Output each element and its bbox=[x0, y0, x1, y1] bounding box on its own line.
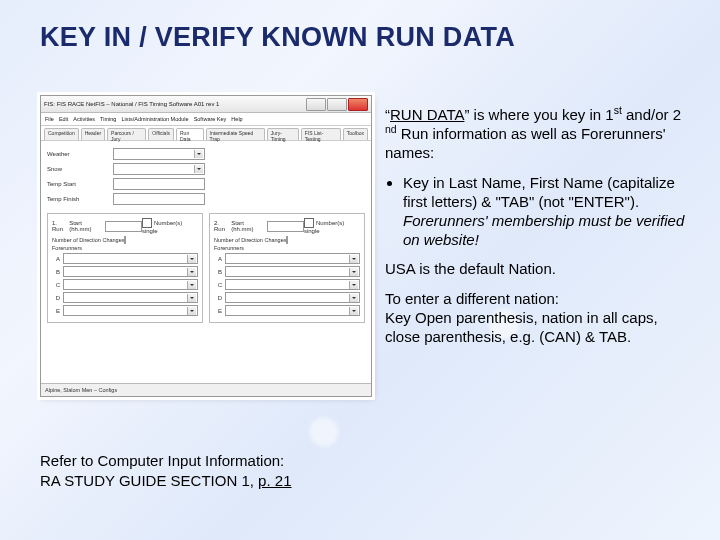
instr-p2: USA is the default Nation. bbox=[385, 259, 692, 278]
panel-run-1: 1. Run Start (hh.mm) Number(s) single Nu… bbox=[47, 213, 203, 323]
tab-toolbox[interactable]: Toolbox bbox=[343, 128, 368, 140]
fr-letter: A bbox=[52, 256, 60, 262]
start-label: Start (hh.mm) bbox=[231, 220, 267, 232]
tab-fis-list[interactable]: FIS List-Testing bbox=[301, 128, 341, 140]
run-data-underlined: RUN DATA bbox=[390, 106, 464, 123]
single-checkbox[interactable] bbox=[304, 218, 314, 228]
fr-field[interactable] bbox=[63, 253, 198, 264]
fr-letter: E bbox=[52, 308, 60, 314]
dirchg-input[interactable] bbox=[124, 236, 126, 244]
ref-line2: RA STUDY GUIDE SECTION 1, p. 21 bbox=[40, 471, 291, 491]
tab-officials[interactable]: Officials bbox=[148, 128, 174, 140]
label-temp-start: Temp Start bbox=[47, 181, 107, 187]
start-input[interactable] bbox=[105, 221, 142, 232]
menu-item[interactable]: Software Key bbox=[194, 116, 227, 122]
fr-field[interactable] bbox=[63, 266, 198, 277]
weather-field[interactable] bbox=[113, 148, 205, 160]
tab-run-data[interactable]: Run Data bbox=[176, 128, 204, 140]
label-snow: Snow bbox=[47, 166, 107, 172]
tabbar: Competition Header Parcours / Jury Offic… bbox=[41, 126, 371, 141]
temp-start-field[interactable] bbox=[113, 178, 205, 190]
start-label: Start (hh.mm) bbox=[69, 220, 105, 232]
ref-page: p. 21 bbox=[258, 472, 291, 489]
menu-item[interactable]: Help bbox=[231, 116, 242, 122]
instr-bullet: Key in Last Name, First Name (capitalize… bbox=[403, 173, 692, 250]
fr-field[interactable] bbox=[225, 253, 360, 264]
forerunners-label: Forerunners bbox=[214, 245, 360, 251]
menu-item[interactable]: Lists/Administration Module bbox=[121, 116, 188, 122]
dirchg-input[interactable] bbox=[286, 236, 288, 244]
fr-letter: C bbox=[214, 282, 222, 288]
panel-run-2: 2. Run Start (hh.mm) Number(s) single Nu… bbox=[209, 213, 365, 323]
tab-parcours[interactable]: Parcours / Jury bbox=[107, 128, 146, 140]
instr-bullets: Key in Last Name, First Name (capitalize… bbox=[385, 173, 692, 250]
fr-field[interactable] bbox=[63, 279, 198, 290]
instr-p3: To enter a different nation: Key Open pa… bbox=[385, 289, 692, 347]
temp-finish-field[interactable] bbox=[113, 193, 205, 205]
statusbar: Alpine, Slalom Men – Configs bbox=[41, 383, 371, 396]
window-titlebar: FIS: FIS RACE NetFIS – National / FIS Ti… bbox=[41, 96, 371, 113]
fr-field[interactable] bbox=[225, 266, 360, 277]
menu-item[interactable]: Timing bbox=[100, 116, 116, 122]
panel-title: 1. Run bbox=[52, 220, 69, 232]
label-weather: Weather bbox=[47, 151, 107, 157]
start-input[interactable] bbox=[267, 221, 304, 232]
tab-header[interactable]: Header bbox=[81, 128, 105, 140]
instr-p1: “RUN DATA” is where you key in 1st and/o… bbox=[385, 105, 692, 163]
single-checkbox[interactable] bbox=[142, 218, 152, 228]
fr-letter: B bbox=[214, 269, 222, 275]
fr-letter: E bbox=[214, 308, 222, 314]
ref-line1: Refer to Computer Input Information: bbox=[40, 451, 291, 471]
fr-field[interactable] bbox=[63, 305, 198, 316]
fr-letter: D bbox=[214, 295, 222, 301]
forerunners-label: Forerunners bbox=[52, 245, 198, 251]
fr-field[interactable] bbox=[225, 279, 360, 290]
fr-field[interactable] bbox=[63, 292, 198, 303]
instructions: “RUN DATA” is where you key in 1st and/o… bbox=[385, 105, 692, 356]
menu-item[interactable]: Activities bbox=[73, 116, 95, 122]
fr-field[interactable] bbox=[225, 305, 360, 316]
fr-letter: A bbox=[214, 256, 222, 262]
menu-item[interactable]: File bbox=[45, 116, 54, 122]
slide-title: KEY IN / VERIFY KNOWN RUN DATA bbox=[40, 22, 515, 53]
dirchg-label: Number of Direction Changes bbox=[52, 237, 124, 243]
fr-letter: C bbox=[52, 282, 60, 288]
instr-emphasis: Forerunners' membership must be verified… bbox=[403, 212, 684, 248]
dirchg-label: Number of Direction Changes bbox=[214, 237, 286, 243]
snow-field[interactable] bbox=[113, 163, 205, 175]
close-icon[interactable] bbox=[348, 98, 368, 111]
embedded-screenshot: FIS: FIS RACE NetFIS – National / FIS Ti… bbox=[40, 95, 372, 397]
minimize-icon[interactable] bbox=[306, 98, 326, 111]
tab-speed-trap[interactable]: Intermediate Speed Trap bbox=[206, 128, 265, 140]
window-title-text: FIS: FIS RACE NetFIS – National / FIS Ti… bbox=[44, 101, 306, 107]
tab-jury-timing[interactable]: Jury-Timing bbox=[267, 128, 299, 140]
maximize-icon[interactable] bbox=[327, 98, 347, 111]
reference-footer: Refer to Computer Input Information: RA … bbox=[40, 451, 291, 490]
tab-body: Weather Snow Temp Start Temp Finish 1. R… bbox=[41, 141, 371, 327]
fr-letter: D bbox=[52, 295, 60, 301]
tab-competition[interactable]: Competition bbox=[44, 128, 79, 140]
label-temp-finish: Temp Finish bbox=[47, 196, 107, 202]
fr-field[interactable] bbox=[225, 292, 360, 303]
menu-item[interactable]: Edit bbox=[59, 116, 68, 122]
fr-letter: B bbox=[52, 269, 60, 275]
panel-title: 2. Run bbox=[214, 220, 231, 232]
menubar: File Edit Activities Timing Lists/Admini… bbox=[41, 113, 371, 126]
